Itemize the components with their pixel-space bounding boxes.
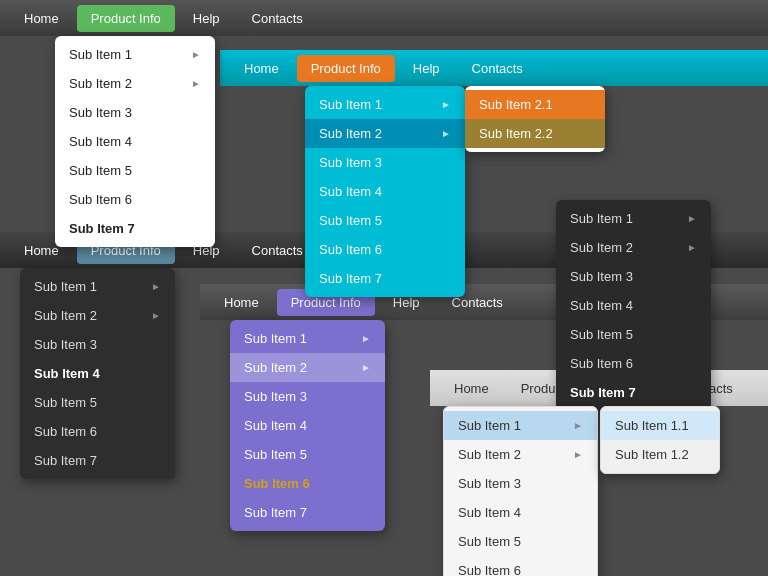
dd6b-item-1[interactable]: Sub Item 1.1: [601, 411, 719, 440]
chevron-icon: ►: [191, 49, 201, 60]
dd1-item-6[interactable]: Sub Item 6: [55, 185, 215, 214]
dd2-item-1[interactable]: Sub Item 1 ►: [305, 90, 465, 119]
nav-home-1[interactable]: Home: [10, 5, 73, 32]
dd6-item-4[interactable]: Sub Item 4: [444, 498, 597, 527]
dropdown-1: Sub Item 1 ► Sub Item 2 ► Sub Item 3 Sub…: [55, 36, 215, 247]
chevron-icon: ►: [687, 213, 697, 224]
chevron-icon: ►: [687, 242, 697, 253]
chevron-icon: ►: [191, 78, 201, 89]
dd6-item-3[interactable]: Sub Item 3: [444, 469, 597, 498]
dd6-item-2[interactable]: Sub Item 2 ►: [444, 440, 597, 469]
dd1-item-5[interactable]: Sub Item 5: [55, 156, 215, 185]
dd4-item-2[interactable]: Sub Item 2 ►: [20, 301, 175, 330]
dd2-item-2[interactable]: Sub Item 2 ►: [305, 119, 465, 148]
dropdown-4: Sub Item 1 ► Sub Item 2 ► Sub Item 3 Sub…: [20, 268, 175, 479]
dd5-item-4[interactable]: Sub Item 4: [230, 411, 385, 440]
dd2-item-4[interactable]: Sub Item 4: [305, 177, 465, 206]
nav-help-2[interactable]: Help: [399, 55, 454, 82]
dd4-item-5[interactable]: Sub Item 5: [20, 388, 175, 417]
dropdown-6b: Sub Item 1.1 Sub Item 1.2: [600, 406, 720, 474]
dd5-item-1[interactable]: Sub Item 1 ►: [230, 324, 385, 353]
dd2b-item-1[interactable]: Sub Item 2.1: [465, 90, 605, 119]
dd3-item-7[interactable]: Sub Item 7: [556, 378, 711, 407]
chevron-icon: ►: [151, 310, 161, 321]
nav-home-5[interactable]: Home: [440, 375, 503, 402]
dd6-item-6[interactable]: Sub Item 6: [444, 556, 597, 576]
dd5-item-6[interactable]: Sub Item 6: [230, 469, 385, 498]
dropdown-3: Sub Item 1 ► Sub Item 2 ► Sub Item 3 Sub…: [556, 200, 711, 411]
dd1-item-7[interactable]: Sub Item 7: [55, 214, 215, 243]
chevron-icon: ►: [441, 99, 451, 110]
dd3-item-5[interactable]: Sub Item 5: [556, 320, 711, 349]
nav-help-1[interactable]: Help: [179, 5, 234, 32]
navbar-2: Home Product Info Help Contacts: [220, 50, 768, 86]
dropdown-6: Sub Item 1 ► Sub Item 2 ► Sub Item 3 Sub…: [443, 406, 598, 576]
dd6b-item-2[interactable]: Sub Item 1.2: [601, 440, 719, 469]
chevron-icon: ►: [151, 281, 161, 292]
nav-contacts-2[interactable]: Contacts: [458, 55, 537, 82]
chevron-icon: ►: [573, 420, 583, 431]
nav-contacts-1[interactable]: Contacts: [238, 5, 317, 32]
dd3-item-4[interactable]: Sub Item 4: [556, 291, 711, 320]
dropdown-2: Sub Item 1 ► Sub Item 2 ► Sub Item 3 Sub…: [305, 86, 465, 297]
dd3-item-3[interactable]: Sub Item 3: [556, 262, 711, 291]
chevron-icon: ►: [361, 362, 371, 373]
navbar-1: Home Product Info Help Contacts: [0, 0, 768, 36]
dd1-item-2[interactable]: Sub Item 2 ►: [55, 69, 215, 98]
dropdown-5: Sub Item 1 ► Sub Item 2 ► Sub Item 3 Sub…: [230, 320, 385, 531]
dd5-item-3[interactable]: Sub Item 3: [230, 382, 385, 411]
dd4-item-1[interactable]: Sub Item 1 ►: [20, 272, 175, 301]
dd2-item-6[interactable]: Sub Item 6: [305, 235, 465, 264]
dd3-item-1[interactable]: Sub Item 1 ►: [556, 204, 711, 233]
dd1-item-4[interactable]: Sub Item 4: [55, 127, 215, 156]
chevron-icon: ►: [441, 128, 451, 139]
dd4-item-4[interactable]: Sub Item 4: [20, 359, 175, 388]
dd1-item-1[interactable]: Sub Item 1 ►: [55, 40, 215, 69]
dd2b-item-2[interactable]: Sub Item 2.2: [465, 119, 605, 148]
dd5-item-7[interactable]: Sub Item 7: [230, 498, 385, 527]
dd6-item-5[interactable]: Sub Item 5: [444, 527, 597, 556]
nav-productinfo-1[interactable]: Product Info: [77, 5, 175, 32]
dd4-item-6[interactable]: Sub Item 6: [20, 417, 175, 446]
dropdown-2b: Sub Item 2.1 Sub Item 2.2: [465, 86, 605, 152]
dd1-item-3[interactable]: Sub Item 3: [55, 98, 215, 127]
dd2-item-5[interactable]: Sub Item 5: [305, 206, 465, 235]
nav-productinfo-2[interactable]: Product Info: [297, 55, 395, 82]
chevron-icon: ►: [573, 449, 583, 460]
dd2-item-3[interactable]: Sub Item 3: [305, 148, 465, 177]
dd2-item-7[interactable]: Sub Item 7: [305, 264, 465, 293]
nav-home-2[interactable]: Home: [230, 55, 293, 82]
dd4-item-3[interactable]: Sub Item 3: [20, 330, 175, 359]
dd5-item-5[interactable]: Sub Item 5: [230, 440, 385, 469]
dd6-item-1[interactable]: Sub Item 1 ►: [444, 411, 597, 440]
chevron-icon: ►: [361, 333, 371, 344]
dd4-item-7[interactable]: Sub Item 7: [20, 446, 175, 475]
dd3-item-6[interactable]: Sub Item 6: [556, 349, 711, 378]
nav-home-4[interactable]: Home: [210, 289, 273, 316]
dd3-item-2[interactable]: Sub Item 2 ►: [556, 233, 711, 262]
dd5-item-2[interactable]: Sub Item 2 ►: [230, 353, 385, 382]
